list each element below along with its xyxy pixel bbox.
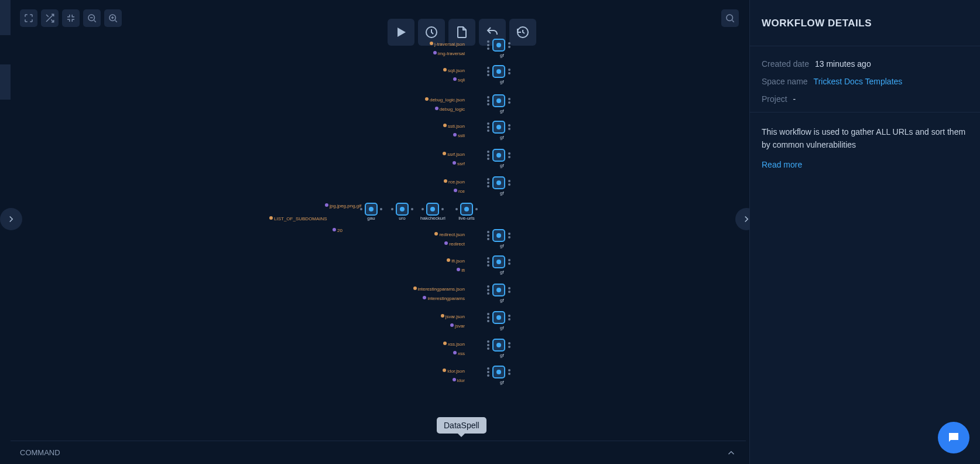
sidebar-title: WORKFLOW DETAILS xyxy=(762,18,968,29)
gf-node[interactable]: gf xyxy=(487,39,510,52)
branch-pat-label[interactable]: rce xyxy=(454,185,465,195)
stage-uro[interactable]: uro xyxy=(391,203,413,221)
branch-pat-label[interactable]: sqli xyxy=(453,73,465,84)
chevron-up-icon[interactable] xyxy=(726,448,736,458)
divider xyxy=(750,112,980,112)
branch-pat-label[interactable]: lfi xyxy=(457,264,465,274)
branch-pat-label[interactable]: ssti xyxy=(453,129,465,139)
left-collapsed-panel-1[interactable] xyxy=(0,0,11,35)
gf-node[interactable]: gf xyxy=(487,94,510,107)
branch-pat-label[interactable]: idor xyxy=(453,374,465,384)
gf-node[interactable]: gf xyxy=(487,255,510,268)
gf-node[interactable]: gf xyxy=(487,284,510,296)
meta-project: Project - xyxy=(762,94,968,104)
stage-gau[interactable]: gau xyxy=(360,203,382,221)
gf-node[interactable]: gf xyxy=(487,229,510,242)
gf-node[interactable]: gf xyxy=(487,366,510,378)
branch-pat-label[interactable]: xss xyxy=(453,347,465,357)
gf-node[interactable]: gf xyxy=(487,176,510,189)
workflow-canvas[interactable]: LIST_OF_SUBDOMAINS jpg,jpeg,png,gif 20 g… xyxy=(12,2,746,441)
gf-node[interactable]: gf xyxy=(487,311,510,324)
read-more-link[interactable]: Read more xyxy=(762,160,968,169)
branch-pat-label[interactable]: ssrf xyxy=(453,157,465,168)
chat-button[interactable] xyxy=(938,422,969,453)
branch-pat-label[interactable]: img-traversal xyxy=(433,47,465,57)
meta-space: Space name Trickest Docs Templates xyxy=(762,77,968,86)
filter-node[interactable]: jpg,jpeg,png,gif xyxy=(325,199,361,210)
num-node[interactable]: 20 xyxy=(333,224,342,234)
tooltip: DataSpell xyxy=(437,417,486,434)
gf-node[interactable]: gf xyxy=(487,339,510,352)
left-collapsed-panel-2[interactable] xyxy=(0,64,11,100)
branch-pat-label[interactable]: debug_logic xyxy=(435,103,465,113)
command-label: COMMAND xyxy=(20,448,60,457)
branch-pat-label[interactable]: redirect xyxy=(444,237,465,248)
chat-icon xyxy=(947,431,961,445)
branch-pat-label[interactable]: jsvar xyxy=(450,319,465,330)
input-node[interactable]: LIST_OF_SUBDOMAINS xyxy=(269,212,327,223)
divider xyxy=(750,46,980,46)
branch-pat-label[interactable]: interestingparams xyxy=(423,292,465,302)
details-sidebar: WORKFLOW DETAILS Created date 13 minutes… xyxy=(749,0,980,464)
gf-node[interactable]: gf xyxy=(487,149,510,162)
stage-liveurls[interactable]: live-urls xyxy=(455,203,478,221)
workflow-description: This workflow is used to gather ALL URLs… xyxy=(762,125,968,152)
gf-node[interactable]: gf xyxy=(487,121,510,134)
command-bar[interactable]: COMMAND xyxy=(11,441,746,464)
stage-hakcheckurl[interactable]: hakcheckurl xyxy=(420,203,446,221)
meta-created: Created date 13 minutes ago xyxy=(762,59,968,69)
space-link[interactable]: Trickest Docs Templates xyxy=(814,77,903,86)
gf-node[interactable]: gf xyxy=(487,65,510,78)
